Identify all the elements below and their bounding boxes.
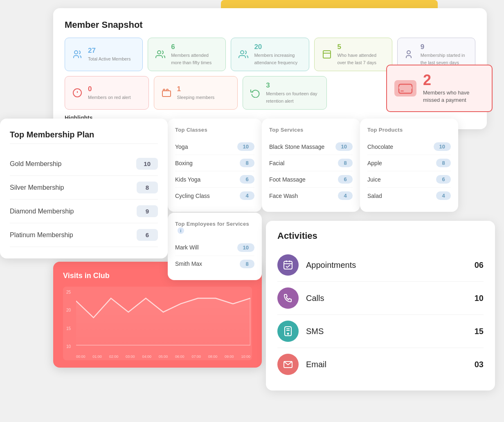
- activity-row-email[interactable]: Email 03: [277, 348, 484, 381]
- service-name-facial: Facial: [269, 160, 284, 166]
- service-row-footmassage[interactable]: Foot Massage 6: [269, 171, 353, 188]
- product-name-salad: Salad: [367, 193, 382, 199]
- stat-label-red-alert: Members on red alert: [88, 95, 131, 100]
- membership-badge-gold: 10: [136, 158, 158, 170]
- class-row-yoga[interactable]: Yoga 10: [175, 139, 254, 155]
- class-row-cycling[interactable]: Cycling Class 4: [175, 188, 254, 204]
- activity-row-calls[interactable]: Calls 10: [277, 282, 484, 315]
- stat-label-active: Total Active Members: [88, 56, 131, 61]
- stat-label-50: Members attended more than fifty times: [171, 53, 212, 65]
- svg-rect-10: [284, 261, 292, 269]
- svg-rect-8: [399, 87, 412, 89]
- missed-payment-icon: [394, 80, 416, 97]
- product-row-apple[interactable]: Apple 8: [367, 155, 451, 171]
- stat-attended-50[interactable]: 6 Members attended more than fifty times: [148, 38, 226, 71]
- membership-badge-platinum: 6: [137, 229, 158, 241]
- membership-name-platinum: Platinum Membership: [10, 231, 73, 239]
- svg-rect-9: [400, 90, 404, 92]
- email-count: 03: [475, 360, 484, 369]
- started-icon: [403, 48, 416, 61]
- top-employees-card: Top Employees for Services i Mark Will 1…: [168, 213, 262, 280]
- membership-row-silver[interactable]: Silver Membership 8: [10, 176, 158, 200]
- employee-row-mark[interactable]: Mark Will 10: [175, 240, 254, 256]
- stat-number-retention: 3: [266, 81, 321, 90]
- calls-label: Calls: [306, 294, 467, 303]
- membership-plan-card: Top Membership Plan Gold Membership 10 S…: [0, 119, 168, 258]
- class-count-kidsyoga: 6: [240, 175, 254, 184]
- stat-label-sleeping: Sleeping members: [177, 95, 215, 100]
- membership-row-platinum[interactable]: Platinum Membership 6: [10, 223, 158, 247]
- activity-row-appointments[interactable]: Appointments 06: [277, 249, 484, 282]
- class-row-boxing[interactable]: Boxing 8: [175, 155, 254, 171]
- class-count-boxing: 8: [240, 159, 254, 167]
- activity-row-sms[interactable]: SMS 15: [277, 315, 484, 348]
- top-services-title: Top Services: [269, 127, 353, 133]
- retention-icon: [249, 86, 262, 99]
- stat-attended-7days[interactable]: 5 Who have attended over the last 7 days: [314, 38, 392, 71]
- increasing-icon: [237, 48, 250, 61]
- membership-badge-diamond: 9: [137, 205, 158, 217]
- visits-chart: 25 20 15 10 00:00 01:00 02:00 03:00 04:0…: [63, 287, 252, 360]
- missed-payment-number: 2: [423, 73, 484, 88]
- class-row-kidsyoga[interactable]: Kids Yoga 6: [175, 171, 254, 188]
- stat-number-started: 9: [421, 43, 469, 51]
- email-label: Email: [306, 360, 467, 369]
- service-count-massage: 10: [335, 142, 353, 151]
- svg-rect-6: [162, 91, 171, 97]
- class-name-cycling: Cycling Class: [175, 193, 210, 199]
- product-count-juice: 6: [436, 175, 451, 184]
- class-name-kidsyoga: Kids Yoga: [175, 176, 200, 183]
- info-icon: i: [178, 227, 184, 234]
- stat-number-active: 27: [88, 47, 137, 55]
- product-name-chocolate: Chocolate: [367, 144, 393, 150]
- product-row-salad[interactable]: Salad 4: [367, 188, 451, 204]
- svg-point-2: [241, 51, 244, 54]
- missed-payment-text: Members who have missed a payment: [423, 89, 484, 104]
- missed-payment-card[interactable]: 2 Members who have missed a payment: [386, 65, 493, 112]
- attended7-icon: [320, 48, 333, 61]
- stat-number-7days: 5: [338, 43, 386, 51]
- stat-retention[interactable]: 3 Members on fourteen day retention aler…: [243, 76, 327, 110]
- membership-row-diamond[interactable]: Diamond Membership 9: [10, 200, 158, 223]
- stat-number-increasing: 20: [254, 43, 303, 51]
- top-products-card: Top Products Chocolate 10 Apple 8 Juice …: [360, 119, 458, 212]
- service-name-facewash: Face Wash: [269, 193, 298, 199]
- red-alert-icon: [71, 86, 84, 99]
- members-icon: [71, 48, 84, 61]
- employee-count-mark: 10: [237, 243, 254, 252]
- membership-name-gold: Gold Membership: [10, 160, 61, 168]
- activities-title: Activities: [277, 231, 484, 241]
- top-classes-card: Top Classes Yoga 10 Boxing 8 Kids Yoga 6…: [168, 119, 262, 212]
- service-name-footmassage: Foot Massage: [269, 176, 306, 183]
- svg-rect-3: [323, 51, 331, 58]
- service-row-massage[interactable]: Black Stone Massage 10: [269, 139, 353, 155]
- product-row-chocolate[interactable]: Chocolate 10: [367, 139, 451, 155]
- stat-sleeping[interactable]: 1 Sleeping members: [154, 76, 238, 110]
- product-row-juice[interactable]: Juice 6: [367, 171, 451, 188]
- service-row-facial[interactable]: Facial 8: [269, 155, 353, 171]
- top-employees-title: Top Employees for Services i: [175, 221, 254, 234]
- stat-label-7days: Who have attended over the last 7 days: [338, 53, 376, 65]
- membership-row-gold[interactable]: Gold Membership 10: [10, 152, 158, 176]
- appointments-count: 06: [475, 260, 484, 270]
- appointments-label: Appointments: [306, 260, 467, 270]
- class-count-cycling: 4: [240, 191, 254, 200]
- stat-red-alert[interactable]: 0 Members on red alert: [65, 76, 149, 110]
- attended-icon: [154, 48, 167, 61]
- employee-row-smith[interactable]: Smith Max 8: [175, 256, 254, 272]
- service-count-facewash: 4: [338, 191, 353, 200]
- class-count-yoga: 10: [237, 142, 254, 151]
- employee-count-smith: 8: [240, 260, 254, 268]
- svg-point-4: [407, 51, 410, 54]
- stat-increasing[interactable]: 20 Members increasing attendance frequen…: [231, 38, 309, 71]
- service-row-facewash[interactable]: Face Wash 4: [269, 188, 353, 204]
- top-products-title: Top Products: [367, 127, 451, 133]
- member-snapshot-title: Member Snapshot: [65, 20, 475, 30]
- class-name-yoga: Yoga: [175, 144, 188, 150]
- service-count-facial: 8: [338, 159, 353, 167]
- appointments-icon: [277, 254, 299, 276]
- calls-icon: [277, 287, 299, 309]
- stat-total-active[interactable]: 27 Total Active Members: [65, 38, 143, 71]
- product-name-juice: Juice: [367, 176, 381, 183]
- product-count-salad: 4: [436, 191, 451, 200]
